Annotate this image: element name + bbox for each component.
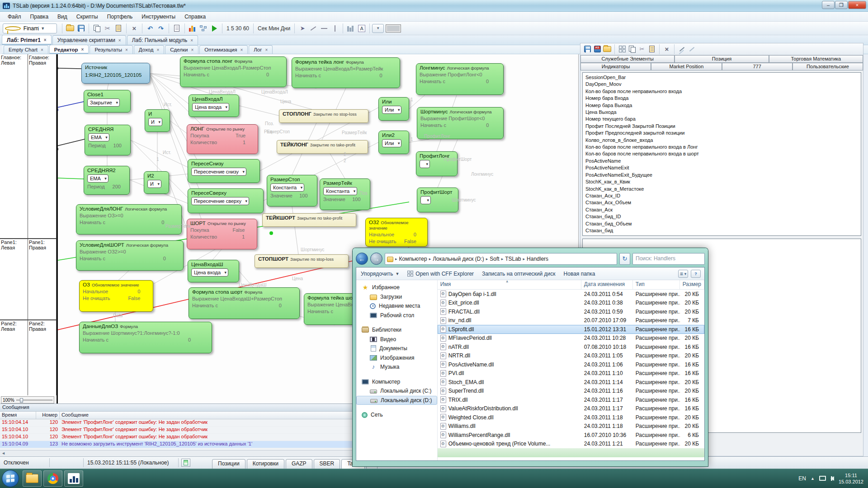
tab-Empty Chart[interactable]: Empty Chart×: [4, 45, 48, 54]
paste-element-button[interactable]: [647, 45, 656, 54]
cena_vhoda_sh-dropdown[interactable]: Цена входа: [191, 268, 228, 277]
sidebar-item-Музыка[interactable]: ♪Музыка: [356, 362, 437, 372]
ili-dropdown[interactable]: Или: [382, 106, 401, 114]
tab-Лаб: Пильный модуль[interactable]: Лаб: Пильный модуль×: [127, 35, 198, 45]
workspace-tab-GAZP[interactable]: GAZP: [286, 459, 312, 469]
block-close1[interactable]: Close1Закрытие: [84, 90, 131, 113]
file-row-SuperTrend.dll[interactable]: SuperTrend.dll24.03.2011 1:16Расширение …: [438, 387, 704, 396]
block-longminus[interactable]: ЛонгминусЛогическая формулаВыражение Про…: [416, 63, 504, 95]
close1-dropdown[interactable]: Закрытие: [87, 99, 120, 107]
menu-Файл[interactable]: Файл: [4, 13, 25, 21]
indicator-item[interactable]: Стакан_Аск: [585, 206, 861, 213]
vline-tool-button[interactable]: [330, 23, 340, 33]
open-with-cff-button[interactable]: Open with CFF Explorer: [407, 271, 474, 277]
save-as-button[interactable]: [593, 45, 602, 54]
indicator-list[interactable]: SessionOpen_BarDayOpen_MoovКол-во баров …: [582, 72, 861, 236]
col-time[interactable]: Время: [0, 412, 36, 419]
undo-button[interactable]: ↶: [145, 23, 155, 33]
menu-Инструменты[interactable]: Инструменты: [137, 13, 179, 21]
delete-element-button[interactable]: ×: [662, 45, 671, 54]
menu-Справка[interactable]: Справка: [180, 13, 210, 21]
perese_sverkhu-dropdown[interactable]: Пересечение сверху: [191, 197, 249, 205]
menu-Правка[interactable]: Правка: [26, 13, 53, 21]
help-icon[interactable]: ?: [691, 270, 701, 278]
sidebar-item-Загрузки[interactable]: Загрузки: [356, 292, 437, 302]
sidebar-item-Локальный диск (D:)[interactable]: Локальный диск (D:): [356, 396, 437, 405]
profit_long-dropdown[interactable]: [420, 160, 430, 168]
block-ili2[interactable]: Или2Или: [378, 131, 409, 154]
indicator-item[interactable]: Стакан_Аск_Объем: [585, 199, 861, 206]
block-perese_sverkhu[interactable]: ПересеСверхуПересечение сверху: [188, 188, 264, 213]
block-dannye_dlya_oz[interactable]: ДанныеДляОЗФормулаВыражение Шортминус?1:…: [79, 322, 212, 353]
save-button[interactable]: [76, 23, 86, 33]
block-oz[interactable]: ОЗОбновляемое значениеНачальное0Не очища…: [79, 280, 153, 312]
tab-Лаб: Primer1[interactable]: Лаб: Primer1×: [2, 35, 52, 45]
close-button[interactable]: ×: [848, 1, 866, 9]
link-tool-button[interactable]: [677, 45, 686, 54]
taskbar-tslab-icon[interactable]: [64, 470, 83, 487]
hline-tool-button[interactable]: [319, 23, 329, 33]
tab-Оптимизация[interactable]: Оптимизация×: [199, 45, 248, 54]
razmer_teik-dropdown[interactable]: Константа: [323, 187, 357, 195]
indicator-item[interactable]: Профит Предпоследней закрытой позиции: [585, 130, 861, 136]
indicator-item[interactable]: Стакан_Аск_ID: [585, 192, 861, 199]
indicator-item[interactable]: PosActiveNameExit: [585, 164, 861, 171]
file-row-WilliamsPercentRange.dll[interactable]: WilliamsPercentRange.dll16.07.2010 10:36…: [438, 431, 704, 440]
category-tab-Пользовательские[interactable]: Пользовательские: [793, 63, 863, 70]
file-row-Weighted Close.dll[interactable]: Weighted Close.dll24.03.2011 1:18Расшире…: [438, 413, 704, 422]
zoom-slider[interactable]: [16, 399, 52, 401]
block-formula_stopa_short[interactable]: Формула стопа шортФормулаВыражение ЦенаВ…: [189, 287, 300, 319]
crumb-Локальный диск (D:)[interactable]: Локальный диск (D:): [433, 256, 484, 262]
sidebar-item-Видео[interactable]: Видео: [356, 335, 437, 344]
indicator-item[interactable]: Стакан_бид_Объем: [585, 221, 861, 227]
file-row-Exit_price.dll[interactable]: Exit_price.dll24.03.2011 0:38Расширение …: [438, 299, 704, 308]
file-row-TRIX.dll[interactable]: TRIX.dll24.03.2011 1:17Расширение при...…: [438, 395, 704, 404]
indicator-item[interactable]: Номер бара Выхода: [585, 102, 861, 109]
sidebar-item-Избранное[interactable]: ★Избранное: [356, 283, 437, 292]
indicator-item[interactable]: PosActiveName: [585, 158, 861, 164]
menu-Вид[interactable]: Вид: [53, 13, 71, 21]
indicator-item[interactable]: Кол-во баров после неправильного входа: [585, 88, 861, 95]
search-input[interactable]: Поиск: Handlers: [632, 253, 705, 265]
menu-Скрипты[interactable]: Скрипты: [72, 13, 102, 21]
file-row-DayOpen бар i-1.dll[interactable]: DayOpen бар i-1.dll24.03.2011 0:54Расшир…: [438, 290, 704, 299]
script-properties-button[interactable]: [172, 23, 182, 33]
color-picker[interactable]: [386, 24, 401, 33]
file-row-partial[interactable]: [438, 448, 704, 457]
indicator-item[interactable]: StochK_как_в_Метастоке: [585, 186, 861, 192]
srednyaya2-dropdown[interactable]: EMA: [87, 174, 108, 183]
paste-button[interactable]: [113, 23, 123, 33]
block-cena_vhoda_l[interactable]: ЦенаВходаЛЦена входа: [189, 94, 239, 117]
perese_snizu-dropdown[interactable]: Пересечение снизу: [191, 168, 246, 176]
block-i2[interactable]: И2И: [144, 171, 169, 194]
cut-button[interactable]: ✂: [103, 23, 113, 33]
breadcrumb[interactable]: ▸Компьютер▸Локальный диск (D:)▸Soft▸TSLa…: [385, 253, 617, 265]
tray-expand-icon[interactable]: ▲: [811, 476, 815, 481]
col-number[interactable]: Номер: [36, 412, 60, 419]
category-tab-Торговая Математика[interactable]: Торговая Математика: [769, 55, 863, 63]
line-tool-button[interactable]: [308, 23, 318, 33]
save-script-button[interactable]: [583, 45, 592, 54]
sidebar-item-Документы[interactable]: Документы: [356, 344, 437, 353]
account-selector[interactable]: Finam ▼: [3, 23, 57, 33]
block-cena_vhoda_sh[interactable]: ЦенаВходаШЦена входа: [188, 260, 239, 282]
cut-element-button[interactable]: ✂: [637, 45, 646, 54]
workspace-tab-Позиции[interactable]: Позиции: [212, 459, 245, 469]
pane-divider[interactable]: [57, 54, 58, 405]
category-tab-Market Position[interactable]: Market Position: [651, 63, 722, 70]
block-long[interactable]: ЛОНГОткрытие по рынкуПокупкаTrueКоличест…: [187, 124, 258, 154]
sidebar-item-Компьютер[interactable]: Компьютер: [356, 377, 437, 387]
language-indicator[interactable]: EN: [798, 475, 806, 482]
block-uslovie_dlya_short[interactable]: УсловиеДляШОРТЛогическая формулаВыражени…: [76, 240, 184, 271]
ili2-dropdown[interactable]: Или: [382, 139, 401, 147]
workspace-tab-SBER[interactable]: SBER: [314, 459, 340, 469]
file-row-ValueAtRiskforDistribution.dll[interactable]: ValueAtRiskforDistribution.dll24.03.2011…: [438, 404, 704, 413]
run-button[interactable]: [209, 23, 219, 33]
sidebar-item-Недавние места[interactable]: Недавние места: [356, 301, 437, 311]
file-row-FRACTAL.dll[interactable]: FRACTAL.dll24.03.2011 0:59Расширение при…: [438, 307, 704, 316]
redo-button[interactable]: ↷: [156, 23, 166, 33]
canvas-zoom-control[interactable]: 100%: [1, 396, 54, 404]
back-button[interactable]: ←: [356, 253, 368, 265]
block-stopshort[interactable]: СТОПШОРТЗакрытие по stop-loss: [255, 254, 349, 268]
crumb-Soft[interactable]: Soft: [490, 256, 499, 262]
